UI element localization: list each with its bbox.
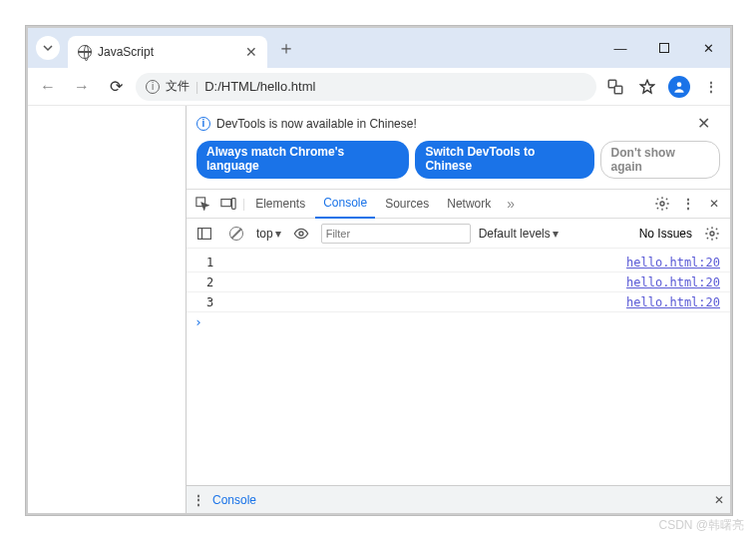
info-icon: i (196, 117, 210, 131)
console-settings-icon[interactable] (700, 219, 724, 249)
devtools-panel: i DevTools is now available in Chinese! … (186, 106, 730, 513)
new-tab-button[interactable]: ＋ (277, 36, 295, 60)
avatar-icon (668, 76, 690, 98)
address-bar[interactable]: i 文件 | D:/HTML/hello.html (136, 73, 596, 101)
log-levels-select[interactable]: Default levels▾ (479, 227, 559, 241)
log-value: 2 (206, 275, 213, 289)
log-source-link[interactable]: hello.html:20 (626, 295, 720, 309)
drawer-close-button[interactable]: ✕ (714, 493, 724, 507)
devtools-infobar: i DevTools is now available in Chinese! … (187, 106, 730, 135)
browser-window: JavaScript ✕ ＋ — ✕ ← → ⟳ i 文件 | D:/HTML/… (26, 26, 732, 515)
drawer-tab-console[interactable]: Console (212, 493, 256, 507)
url-prefix: 文件 (166, 78, 189, 95)
log-source-link[interactable]: hello.html:20 (626, 275, 720, 289)
log-source-link[interactable]: hello.html:20 (626, 256, 720, 270)
close-window-button[interactable]: ✕ (686, 28, 730, 68)
settings-icon[interactable] (650, 189, 674, 219)
infobar-actions: Always match Chrome's language Switch De… (187, 135, 730, 189)
drawer-menu-button[interactable]: ⋮ (192, 493, 204, 507)
maximize-button[interactable] (642, 28, 686, 68)
tab-console[interactable]: Console (315, 189, 375, 219)
svg-rect-7 (198, 228, 211, 239)
tab-elements[interactable]: Elements (247, 189, 313, 219)
live-expression-icon[interactable] (289, 219, 313, 249)
context-select[interactable]: top▾ (256, 227, 281, 241)
chip-switch-language[interactable]: Switch DevTools to Chinese (415, 141, 593, 179)
svg-rect-4 (221, 200, 231, 207)
tab-search-button[interactable] (36, 36, 60, 60)
globe-icon (78, 45, 92, 59)
tab-network[interactable]: Network (439, 189, 499, 219)
svg-point-10 (710, 232, 714, 236)
svg-point-2 (677, 82, 682, 87)
content-area: i DevTools is now available in Chinese! … (28, 106, 730, 513)
browser-tab[interactable]: JavaScript ✕ (68, 36, 267, 68)
log-value: 1 (206, 256, 213, 270)
tab-sources[interactable]: Sources (377, 189, 437, 219)
url-text: D:/HTML/hello.html (204, 79, 315, 94)
translate-icon[interactable] (602, 74, 628, 100)
devtools-drawer: ⋮ Console ✕ (187, 485, 730, 513)
back-button[interactable]: ← (34, 73, 62, 101)
close-tab-button[interactable]: ✕ (245, 44, 257, 60)
tabs-overflow-button[interactable]: » (501, 196, 521, 212)
devtools-close-button[interactable]: ✕ (702, 189, 726, 219)
clear-console-icon[interactable] (224, 219, 248, 249)
chip-match-language[interactable]: Always match Chrome's language (196, 141, 409, 179)
svg-rect-5 (232, 199, 236, 210)
issues-status[interactable]: No Issues (639, 227, 692, 241)
minimize-button[interactable]: — (598, 28, 642, 68)
log-value: 3 (206, 295, 213, 309)
tab-title: JavaScript (98, 45, 209, 59)
console-toolbar: top▾ Default levels▾ No Issues (187, 219, 730, 249)
toolbar: ← → ⟳ i 文件 | D:/HTML/hello.html ⋮ (28, 68, 730, 106)
bookmark-icon[interactable] (634, 74, 660, 100)
titlebar: JavaScript ✕ ＋ — ✕ (28, 28, 730, 68)
devtools-tabbar: | Elements Console Sources Network » ⋮ ✕ (187, 189, 730, 219)
devtools-menu-button[interactable]: ⋮ (676, 189, 700, 219)
console-output: 1 hello.html:20 2 hello.html:20 3 hello.… (187, 249, 730, 485)
svg-point-9 (299, 232, 303, 236)
inspect-icon[interactable] (190, 189, 214, 219)
device-toggle-icon[interactable] (216, 189, 240, 219)
console-row: 1 hello.html:20 (187, 253, 730, 272)
menu-button[interactable]: ⋮ (698, 74, 724, 100)
filter-input[interactable] (321, 224, 471, 244)
reload-button[interactable]: ⟳ (102, 73, 130, 101)
forward-button[interactable]: → (68, 73, 96, 101)
svg-point-6 (660, 202, 664, 206)
svg-rect-1 (614, 86, 622, 94)
sidebar-toggle-icon[interactable] (192, 219, 216, 249)
console-prompt[interactable]: › (187, 312, 730, 331)
window-controls: — ✕ (598, 28, 730, 68)
info-icon: i (146, 80, 160, 94)
infobar-text: DevTools is now available in Chinese! (216, 117, 417, 131)
console-row: 3 hello.html:20 (187, 292, 730, 312)
profile-button[interactable] (666, 74, 692, 100)
page-viewport (28, 106, 186, 513)
chip-dont-show[interactable]: Don't show again (600, 141, 720, 179)
infobar-close-button[interactable]: ✕ (697, 114, 720, 133)
watermark: CSDN @韩曙亮 (658, 517, 744, 534)
console-row: 2 hello.html:20 (187, 272, 730, 292)
